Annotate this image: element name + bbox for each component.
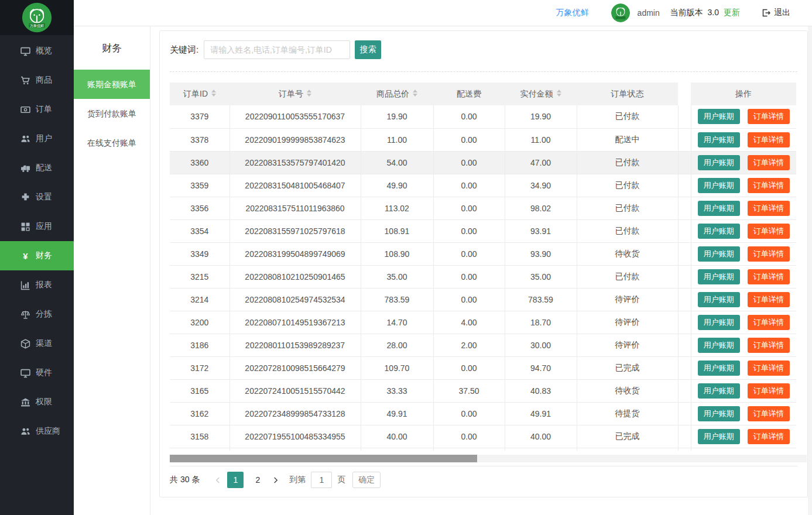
cell-status: 待收货 — [577, 379, 678, 402]
user-billing-button[interactable]: 用户账期 — [698, 360, 740, 376]
user-billing-button[interactable]: 用户账期 — [698, 178, 740, 193]
sidebar-item-商品[interactable]: 商品 — [0, 66, 74, 95]
submenu-item-货到付款账单[interactable]: 货到付款账单 — [74, 99, 150, 128]
username: admin — [638, 8, 660, 18]
sidebar-item-财务[interactable]: ¥财务 — [0, 241, 74, 270]
goto-page-input[interactable] — [311, 472, 332, 488]
cell-actions: 用户账期订单详情 — [691, 288, 796, 311]
cell-goods_total: 33.33 — [361, 379, 433, 402]
cell-delivery_fee: 0.00 — [433, 265, 505, 288]
sidebar-item-用户[interactable]: 用户 — [0, 124, 74, 153]
confirm-page-button[interactable]: 确定 — [352, 472, 381, 488]
cell-paid_amount: 47.00 — [505, 151, 577, 174]
cell-spacer — [678, 379, 691, 402]
order-detail-button[interactable]: 订单详情 — [748, 406, 790, 421]
vertical-scrollbar[interactable] — [808, 26, 812, 515]
svg-text:¥: ¥ — [23, 251, 28, 260]
table-row: 33492022083199504899749069108.900.0093.9… — [170, 242, 796, 265]
sidebar-item-分拣[interactable]: 分拣 — [0, 300, 74, 329]
order-detail-button[interactable]: 订单详情 — [748, 338, 790, 353]
sidebar-item-label: 用户 — [36, 133, 52, 144]
submenu-item-在线支付账单[interactable]: 在线支付账单 — [74, 128, 150, 157]
user-billing-button[interactable]: 用户账期 — [698, 429, 740, 444]
order-detail-button[interactable]: 订单详情 — [748, 269, 790, 284]
cell-actions: 用户账期订单详情 — [691, 219, 796, 242]
cell-goods_total: 113.02 — [361, 197, 433, 219]
sort-icon[interactable] — [211, 90, 216, 97]
sidebar-item-渠道[interactable]: 渠道 — [0, 329, 74, 358]
cell-delivery_fee: 0.00 — [433, 219, 505, 242]
sidebar-item-权限[interactable]: 权限 — [0, 387, 74, 417]
user-billing-button[interactable]: 用户账期 — [698, 109, 740, 124]
order-detail-button[interactable]: 订单详情 — [748, 383, 790, 399]
order-detail-button[interactable]: 订单详情 — [748, 292, 790, 307]
cell-goods_total: 109.70 — [361, 356, 433, 379]
submenu-items: 账期金额账单货到付款账单在线支付账单 — [74, 70, 150, 157]
order-detail-button[interactable]: 订单详情 — [748, 315, 790, 330]
user-billing-button[interactable]: 用户账期 — [698, 383, 740, 399]
order-detail-button[interactable]: 订单详情 — [748, 360, 790, 376]
submenu-item-账期金额账单[interactable]: 账期金额账单 — [74, 70, 150, 99]
order-detail-button[interactable]: 订单详情 — [748, 178, 790, 193]
search-input[interactable] — [204, 40, 350, 59]
user-billing-button[interactable]: 用户账期 — [698, 132, 740, 147]
sidebar-item-订单[interactable]: 订单 — [0, 95, 74, 124]
logout-button[interactable]: 退出 — [761, 8, 790, 18]
horizontal-scrollbar[interactable] — [170, 455, 807, 462]
sidebar-item-label: 概览 — [36, 46, 52, 56]
cell-delivery_fee: 0.00 — [433, 242, 505, 265]
update-link[interactable]: 更新 — [724, 8, 740, 18]
search-button[interactable]: 搜索 — [355, 40, 381, 59]
sidebar-item-label: 渠道 — [36, 338, 52, 349]
user-billing-button[interactable]: 用户账期 — [698, 315, 740, 330]
user-billing-button[interactable]: 用户账期 — [698, 201, 740, 216]
store-name-link[interactable]: 万象优鲜 — [556, 8, 589, 18]
secondary-sidebar: 财务 账期金额账单货到付款账单在线支付账单 — [74, 26, 150, 515]
user-billing-button[interactable]: 用户账期 — [698, 292, 740, 307]
order-detail-button[interactable]: 订单详情 — [748, 246, 790, 262]
cell-id: 3172 — [170, 356, 229, 379]
user-billing-button[interactable]: 用户账期 — [698, 338, 740, 353]
sidebar-item-配送[interactable]: 配送 — [0, 153, 74, 183]
order-detail-button[interactable]: 订单详情 — [748, 155, 790, 170]
sidebar-item-概览[interactable]: 概览 — [0, 36, 74, 66]
user-billing-button[interactable]: 用户账期 — [698, 269, 740, 284]
order-detail-button[interactable]: 订单详情 — [748, 429, 790, 444]
order-detail-button[interactable]: 订单详情 — [748, 132, 790, 147]
next-page-button[interactable] — [269, 472, 282, 488]
sort-icon[interactable] — [557, 90, 561, 97]
cell-id: 3158 — [170, 425, 229, 448]
goto-label: 到第 — [289, 475, 306, 485]
column-header-商品总价[interactable]: 商品总价 — [361, 83, 433, 105]
sidebar-item-供应商[interactable]: 供应商 — [0, 417, 74, 446]
sidebar-item-报表[interactable]: 报表 — [0, 270, 74, 300]
user-billing-button[interactable]: 用户账期 — [698, 224, 740, 239]
cell-actions: 用户账期订单详情 — [691, 151, 796, 174]
cell-spacer — [678, 219, 691, 242]
avatar[interactable] — [611, 4, 630, 22]
cell-spacer — [678, 288, 691, 311]
cell-goods_total: 19.90 — [361, 105, 433, 128]
sidebar-item-设置[interactable]: 设置 — [0, 183, 74, 212]
page-number-1[interactable]: 1 — [227, 472, 244, 488]
sort-icon[interactable] — [413, 90, 417, 97]
column-header-订单号[interactable]: 订单号 — [229, 83, 361, 105]
order-detail-button[interactable]: 订单详情 — [748, 109, 790, 124]
order-detail-button[interactable]: 订单详情 — [748, 224, 790, 239]
cell-order_no: 2022080110153989289237 — [229, 334, 361, 356]
scrollbar-thumb[interactable] — [170, 455, 477, 462]
sidebar-item-硬件[interactable]: 硬件 — [0, 358, 74, 387]
prev-page-button[interactable] — [211, 472, 224, 488]
user-billing-button[interactable]: 用户账期 — [698, 406, 740, 421]
user-billing-button[interactable]: 用户账期 — [698, 246, 740, 262]
user-billing-button[interactable]: 用户账期 — [698, 155, 740, 170]
cell-paid_amount: 40.83 — [505, 379, 577, 402]
column-header-实付金额[interactable]: 实付金额 — [505, 83, 577, 105]
page-number-2[interactable]: 2 — [249, 472, 266, 488]
cell-delivery_fee: 0.00 — [433, 174, 505, 197]
order-detail-button[interactable]: 订单详情 — [748, 201, 790, 216]
sidebar-item-应用[interactable]: 应用 — [0, 212, 74, 241]
cell-goods_total: 54.00 — [361, 151, 433, 174]
column-header-订单ID[interactable]: 订单ID — [170, 83, 229, 105]
sort-icon[interactable] — [307, 90, 311, 97]
